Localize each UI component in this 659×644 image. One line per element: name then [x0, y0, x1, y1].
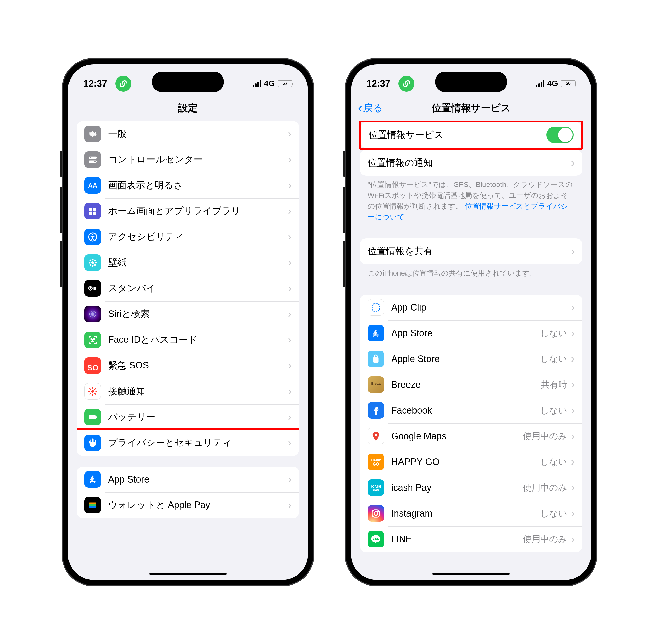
row-label: LINE: [391, 534, 523, 545]
hotspot-icon[interactable]: [115, 76, 131, 92]
row-label: Siriと検索: [108, 308, 286, 320]
settings-row[interactable]: スタンバイ›: [77, 276, 299, 301]
home-indicator[interactable]: [149, 573, 227, 575]
settings-row[interactable]: App Clip›: [360, 295, 582, 320]
svg-point-2: [90, 157, 91, 158]
svg-text:Breeze: Breeze: [372, 382, 381, 386]
footer-share-note: このiPhoneは位置情報の共有に使用されています。: [360, 268, 582, 284]
home-indicator[interactable]: [432, 573, 510, 575]
settings-row[interactable]: Facebookしない›: [360, 397, 582, 423]
appstore-icon: [85, 471, 101, 488]
svg-text:LINE: LINE: [373, 537, 379, 540]
svg-point-51: [378, 511, 379, 512]
settings-row[interactable]: BreezeBreeze共有時›: [360, 372, 582, 397]
wallet-icon: [85, 497, 101, 513]
svg-line-32: [90, 388, 91, 389]
chevron-right-icon: ›: [288, 386, 291, 397]
settings-row[interactable]: ウォレットと Apple Pay›: [77, 492, 299, 518]
settings-row[interactable]: ホーム画面とアプリライブラリ›: [77, 198, 299, 224]
row-detail: 使用中のみ: [523, 430, 567, 442]
screen-settings: 12:37 4G 57 設定 一般›コントロールセンター›AA画面表示と明るさ›…: [68, 64, 308, 580]
gmaps-icon: [368, 428, 384, 444]
row-label: アクセシビリティ: [108, 230, 286, 243]
svg-text:SOS: SOS: [87, 363, 98, 371]
row-detail: 使用中のみ: [523, 533, 567, 545]
chevron-right-icon: ›: [571, 301, 574, 313]
settings-row[interactable]: App Store›: [77, 466, 299, 492]
row-label: App Store: [108, 474, 286, 485]
settings-row[interactable]: Instagramしない›: [360, 501, 582, 526]
location-content[interactable]: 位置情報サービス 位置情報の通知 › "位置情報サービス"では、GPS、Blue…: [351, 121, 591, 580]
toggle-switch[interactable]: [546, 127, 573, 143]
row-label: Apple Store: [391, 353, 540, 364]
toggles-icon: [85, 152, 101, 168]
row-detail: しない: [540, 508, 567, 520]
settings-row[interactable]: SOS緊急 SOS›: [77, 353, 299, 378]
settings-row[interactable]: バッテリー›: [77, 404, 299, 430]
row-detail: しない: [540, 405, 567, 416]
settings-content[interactable]: 一般›コントロールセンター›AA画面表示と明るさ›ホーム画面とアプリライブラリ›…: [68, 121, 308, 580]
chevron-right-icon: ›: [288, 360, 291, 371]
location-alerts-row[interactable]: 位置情報の通知 ›: [360, 150, 582, 176]
row-label: icash Pay: [391, 482, 523, 493]
chevron-right-icon: ›: [288, 437, 291, 448]
share-location-row[interactable]: 位置情報を共有 ›: [360, 238, 582, 264]
row-label: バッテリー: [108, 411, 286, 423]
svg-point-23: [91, 312, 94, 316]
chevron-right-icon: ›: [288, 282, 291, 294]
settings-row[interactable]: App Storeしない›: [360, 320, 582, 346]
phone-right: 12:37 4G 56 ‹ 戻る 位置情報サービス: [345, 58, 597, 586]
row-label: 緊急 SOS: [108, 359, 286, 372]
svg-line-33: [94, 393, 96, 394]
svg-point-11: [91, 261, 94, 264]
settings-row[interactable]: Google Maps使用中のみ›: [360, 423, 582, 449]
settings-row[interactable]: Face IDとパスコード›: [77, 327, 299, 353]
settings-row[interactable]: プライバシーとセキュリティ›: [77, 430, 299, 456]
settings-row[interactable]: Apple Storeしない›: [360, 346, 582, 372]
hotspot-icon[interactable]: [399, 76, 415, 92]
settings-row[interactable]: HAPPYGOHAPPY GOしない›: [360, 449, 582, 475]
settings-row[interactable]: LINELINE使用中のみ›: [360, 526, 582, 552]
svg-rect-36: [89, 415, 96, 419]
settings-group-2: App Store›ウォレットと Apple Pay›: [77, 466, 299, 518]
chevron-right-icon: ›: [288, 231, 291, 243]
app-list: App Clip›App Storeしない›Apple Storeしない›Bre…: [360, 295, 582, 552]
back-label: 戻る: [363, 101, 383, 115]
settings-row[interactable]: 一般›: [77, 121, 299, 147]
settings-row[interactable]: iCASHPayicash Pay使用中のみ›: [360, 475, 582, 501]
grid-icon: [85, 203, 101, 220]
breeze-icon: Breeze: [368, 376, 384, 393]
settings-row[interactable]: 壁紙›: [77, 250, 299, 276]
faceid-icon: [85, 332, 101, 348]
svg-rect-39: [89, 504, 96, 506]
settings-row[interactable]: Siriと検索›: [77, 301, 299, 327]
settings-row[interactable]: AA画面表示と明るさ›: [77, 172, 299, 198]
gear-icon: [85, 126, 101, 142]
row-label: コントロールセンター: [108, 153, 286, 166]
settings-row[interactable]: コントロールセンター›: [77, 147, 299, 172]
settings-row[interactable]: 接触通知›: [77, 378, 299, 404]
row-label: HAPPY GO: [391, 457, 540, 467]
settings-row[interactable]: アクセシビリティ›: [77, 224, 299, 250]
row-label: Breeze: [391, 379, 541, 390]
chevron-right-icon: ›: [571, 353, 574, 365]
svg-point-18: [90, 264, 91, 266]
signal-icon: [536, 80, 544, 87]
location-services-toggle-row[interactable]: 位置情報サービス: [361, 122, 581, 148]
row-label: Google Maps: [391, 431, 523, 442]
navbar: ‹ 戻る 位置情報サービス: [351, 95, 591, 121]
row-label: App Store: [391, 328, 540, 339]
siri-icon: [85, 306, 101, 322]
svg-point-19: [94, 264, 96, 266]
svg-point-24: [91, 338, 92, 339]
chevron-right-icon: ›: [571, 456, 574, 468]
happygo-icon: HAPPYGO: [368, 454, 384, 470]
svg-point-16: [90, 259, 91, 261]
svg-point-14: [89, 261, 90, 263]
navbar: 設定: [68, 95, 308, 121]
status-time: 12:37: [84, 78, 107, 89]
highlight-location-toggle: 位置情報サービス: [359, 121, 583, 150]
row-label: 壁紙: [108, 256, 286, 269]
back-button[interactable]: ‹ 戻る: [358, 101, 383, 115]
svg-rect-21: [94, 286, 96, 290]
